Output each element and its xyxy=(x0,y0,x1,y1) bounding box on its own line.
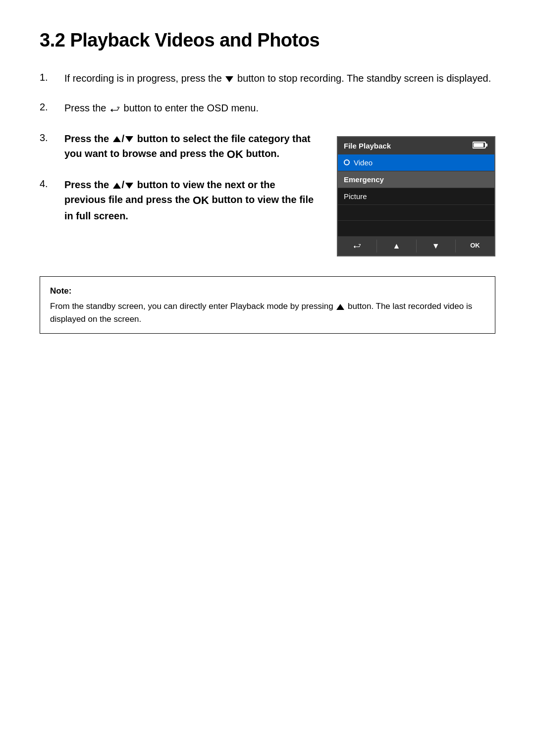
step-2-number: 2. xyxy=(40,101,54,116)
step-3-number: 3. xyxy=(40,131,54,162)
up-arrow-icon-3 xyxy=(112,133,122,144)
radio-icon-video xyxy=(344,159,350,165)
osd-label-picture: Picture xyxy=(344,192,367,201)
step-3-text: Press the / button to select the file ca… xyxy=(64,131,317,162)
return-icon-osd: ⮐ xyxy=(353,242,361,250)
step-4-number: 4. xyxy=(40,177,54,223)
down-arrow-icon-1 xyxy=(224,73,237,84)
step-1-number: 1. xyxy=(40,71,54,86)
steps-left: 3. Press the / button to select the file… xyxy=(40,131,317,238)
step-4: 4. Press the / button to view the next o… xyxy=(40,177,317,223)
step-1-text: If recording is in progress, press the b… xyxy=(64,71,491,86)
osd-empty-row-2 xyxy=(338,221,494,237)
osd-btn-up: ▲ xyxy=(377,240,416,252)
step-2: 2. Press the ⮐ button to enter the OSD m… xyxy=(40,101,495,116)
osd-row-emergency: Emergency xyxy=(338,171,494,188)
note-box: Note: From the standby screen, you can d… xyxy=(40,276,495,334)
down-arrow-icon-4 xyxy=(124,179,134,190)
page-title: 3.2 Playback Videos and Photos xyxy=(40,30,495,51)
ok-text-3: OK xyxy=(227,148,243,160)
osd-row-video: Video xyxy=(338,154,494,171)
up-arrow-icon-4 xyxy=(112,179,122,190)
osd-btn-down: ▼ xyxy=(417,240,456,252)
osd-btn-return: ⮐ xyxy=(338,240,377,252)
note-label: Note: xyxy=(50,285,485,298)
osd-menu-header: File Playback xyxy=(338,137,494,154)
svg-rect-1 xyxy=(485,144,487,147)
osd-row-picture: Picture xyxy=(338,188,494,205)
osd-footer: ⮐ ▲ ▼ OK xyxy=(338,237,494,255)
osd-menu: File Playback Video Emergency Picture xyxy=(337,136,495,256)
down-arrow-icon-osd: ▼ xyxy=(432,242,440,250)
battery-icon xyxy=(473,141,488,151)
svg-rect-2 xyxy=(474,143,483,147)
step-4-text: Press the / button to view the next or t… xyxy=(64,177,317,223)
osd-btn-ok: OK xyxy=(456,240,494,252)
osd-empty-row-1 xyxy=(338,205,494,221)
osd-label-emergency: Emergency xyxy=(344,175,384,184)
step-1: 1. If recording is in progress, press th… xyxy=(40,71,495,86)
step-3: 3. Press the / button to select the file… xyxy=(40,131,317,162)
up-arrow-icon-note xyxy=(335,302,345,311)
ok-label-osd: OK xyxy=(470,242,480,249)
steps-with-image: 3. Press the / button to select the file… xyxy=(40,131,495,256)
osd-menu-title: File Playback xyxy=(344,142,391,150)
ok-text-4: OK xyxy=(193,194,209,206)
osd-label-video: Video xyxy=(354,158,373,167)
down-arrow-icon-3 xyxy=(124,133,134,144)
step-2-text: Press the ⮐ button to enter the OSD menu… xyxy=(64,101,259,116)
return-icon-1: ⮐ xyxy=(110,101,120,116)
note-text: From the standby screen, you can directl… xyxy=(50,300,485,325)
up-arrow-icon-osd: ▲ xyxy=(392,242,400,250)
